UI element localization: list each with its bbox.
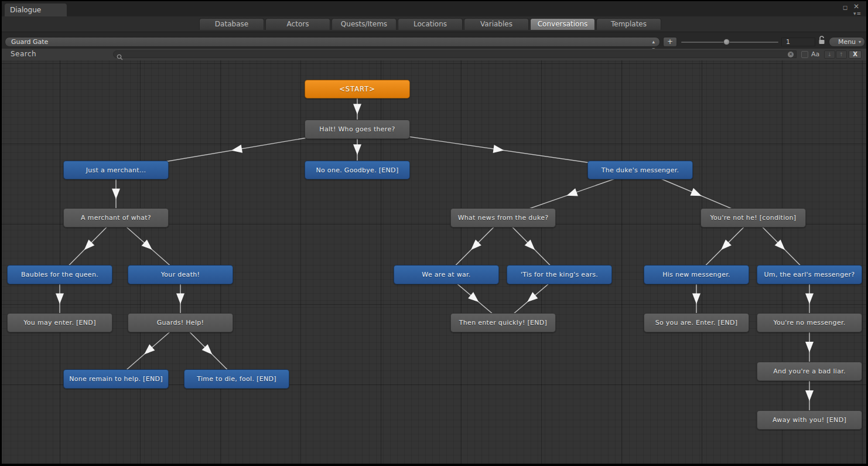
search-clear-icon[interactable]: ✕ bbox=[788, 52, 794, 57]
tab-locations[interactable]: Locations bbox=[398, 18, 463, 30]
edge-arrow-icon bbox=[690, 188, 703, 200]
find-next-button[interactable]: ↓ bbox=[824, 50, 835, 59]
section-toolbar: DatabaseActorsQuests/ItemsLocationsVaria… bbox=[2, 16, 866, 32]
dialogue-node-nomess[interactable]: You're no messenger. bbox=[757, 313, 862, 332]
dialogue-node-quickly[interactable]: Then enter quickly! [END] bbox=[450, 313, 556, 332]
edge-arrow-icon bbox=[353, 104, 361, 114]
edge-arrow-icon bbox=[805, 294, 814, 304]
tab-database[interactable]: Database bbox=[199, 18, 264, 30]
edge-arrow-icon bbox=[231, 145, 242, 155]
dialogue-node-guards[interactable]: Guards! Help! bbox=[128, 313, 233, 332]
tab-quests-items[interactable]: Quests/Items bbox=[332, 18, 397, 30]
edge-arrow-icon bbox=[493, 145, 505, 154]
edge-arrow-icon bbox=[805, 390, 814, 401]
tab-conversations[interactable]: Conversations bbox=[530, 18, 595, 30]
search-label: Search bbox=[11, 50, 36, 58]
dialogue-node-noneremain[interactable]: None remain to help. [END] bbox=[63, 369, 169, 389]
dialogue-node-hisnew[interactable]: His new messenger. bbox=[644, 265, 749, 284]
dialogue-node-nothe[interactable]: You're not he! [condition] bbox=[700, 208, 806, 227]
find-prev-button[interactable]: ↑ bbox=[836, 50, 847, 59]
edge-arrow-icon bbox=[56, 294, 64, 304]
lock-icon[interactable] bbox=[818, 36, 825, 45]
edge-arrow-icon bbox=[525, 292, 538, 305]
tab-context-menu-icon[interactable]: ▾≡ bbox=[853, 11, 862, 16]
search-bar: Search ✕ Aa ↓ ↑ X bbox=[2, 49, 866, 61]
menu-caret-icon: ▾ bbox=[859, 38, 861, 46]
dialogue-node-badliar[interactable]: And you're a bad liar. bbox=[757, 362, 862, 381]
menu-button[interactable]: Menu ▾ bbox=[829, 37, 865, 47]
match-case-checkbox[interactable] bbox=[801, 51, 808, 58]
search-close-button[interactable]: X bbox=[849, 50, 862, 59]
dialogue-node-noone[interactable]: No one. Goodbye. [END] bbox=[305, 161, 410, 179]
dialogue-node-away[interactable]: Away with you! [END] bbox=[757, 410, 862, 430]
dialogue-node-baubles[interactable]: Baubles for the queen. bbox=[7, 265, 112, 284]
zoom-slider[interactable] bbox=[681, 37, 778, 47]
edge-arrow-icon bbox=[565, 188, 578, 199]
edge-arrow-icon bbox=[353, 144, 361, 155]
edge-arrow-icon bbox=[468, 292, 481, 305]
dialogue-node-death[interactable]: Your death! bbox=[128, 265, 233, 284]
window-tab-dialogue[interactable]: Dialogue bbox=[5, 4, 67, 16]
conversation-dropdown-value: Guard Gate bbox=[11, 38, 48, 46]
tab-actors[interactable]: Actors bbox=[265, 18, 330, 30]
dialogue-node-halt[interactable]: Halt! Who goes there? bbox=[305, 120, 410, 139]
dialogue-node-start[interactable]: <START> bbox=[305, 80, 410, 98]
dialogue-node-whatmerchant[interactable]: A merchant of what? bbox=[63, 208, 169, 227]
add-conversation-button[interactable]: + bbox=[663, 37, 677, 47]
dialogue-node-mayenter[interactable]: You may enter. [END] bbox=[7, 313, 112, 332]
zoom-value-field[interactable]: 1 bbox=[781, 38, 815, 46]
edge-arrow-icon bbox=[176, 294, 184, 304]
conversation-dropdown[interactable]: Guard Gate ▴▾ bbox=[5, 37, 660, 47]
dialogue-node-whatnews[interactable]: What news from the duke? bbox=[450, 208, 556, 227]
tab-templates[interactable]: Templates bbox=[596, 18, 661, 30]
section-tab-strip: DatabaseActorsQuests/ItemsLocationsVaria… bbox=[199, 18, 662, 30]
dialogue-node-tis[interactable]: 'Tis for the king's ears. bbox=[507, 265, 612, 284]
search-input[interactable]: ✕ bbox=[113, 50, 797, 58]
menu-button-label: Menu bbox=[838, 38, 856, 46]
edge-arrow-icon bbox=[692, 294, 700, 304]
edge-layer bbox=[2, 60, 866, 464]
dialogue-node-soyouare[interactable]: So you are. Enter. [END] bbox=[644, 313, 749, 332]
edge-arrow-icon bbox=[805, 342, 814, 352]
dialogue-editor-window: Dialogue ◻ ✕ ▾≡ DatabaseActorsQuests/Ite… bbox=[2, 1, 866, 464]
dialogue-node-earls[interactable]: Um, the earl's messenger? bbox=[757, 265, 862, 284]
dialogue-graph-canvas[interactable]: <START>Halt! Who goes there?Just a merch… bbox=[2, 60, 866, 464]
dialogue-node-atwar[interactable]: We are at war. bbox=[394, 265, 499, 284]
tab-variables[interactable]: Variables bbox=[464, 18, 529, 30]
dialogue-node-merchant[interactable]: Just a merchant... bbox=[63, 161, 169, 179]
conversation-bar: Guard Gate ▴▾ + 1 Menu ▾ bbox=[2, 32, 866, 49]
match-case-label: Aa bbox=[811, 50, 819, 58]
maximize-icon[interactable]: ◻ bbox=[843, 4, 848, 12]
close-icon[interactable]: ✕ bbox=[853, 2, 859, 11]
dialogue-node-duke[interactable]: The duke's messenger. bbox=[587, 161, 693, 179]
zoom-slider-thumb[interactable] bbox=[723, 39, 730, 45]
dialogue-node-timetodie[interactable]: Time to die, fool. [END] bbox=[184, 369, 289, 389]
edge-arrow-icon bbox=[112, 189, 120, 199]
zoom-slider-track bbox=[681, 42, 778, 43]
title-bar: Dialogue ◻ ✕ ▾≡ bbox=[2, 1, 866, 16]
